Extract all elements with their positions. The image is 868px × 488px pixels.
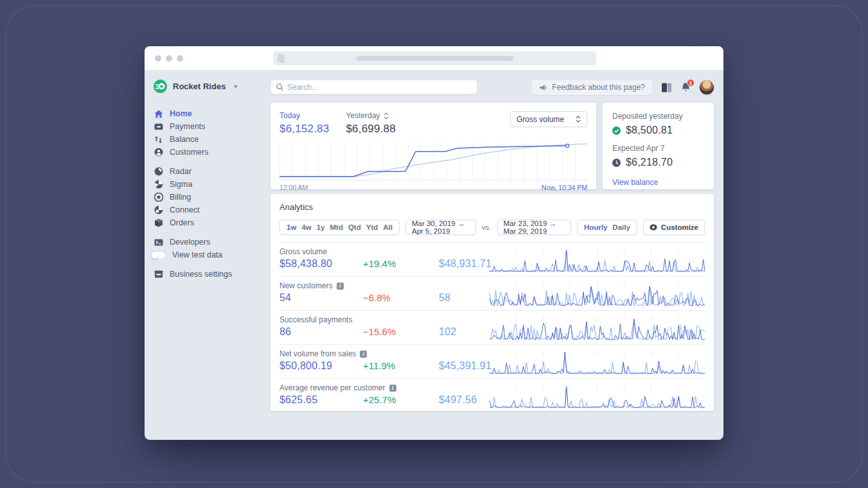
- metric-current-value: $50,800.19: [279, 360, 363, 372]
- topbar: Feedback about this page? 1: [270, 80, 714, 95]
- sparkline-chart: [490, 316, 705, 342]
- docs-icon: [661, 83, 672, 92]
- metric-row-successful-payments: Successful payments 86 −15.6% 102: [279, 310, 705, 344]
- sidebar-item-label: Sigma: [170, 180, 192, 189]
- range-1y[interactable]: 1y: [314, 223, 328, 231]
- notification-badge: 1: [687, 79, 695, 87]
- range-selector: 1w 4w 1y Mtd Qtd Ytd All: [279, 220, 400, 235]
- browser-window: Rocket Rides ▼ Home Payments: [145, 46, 723, 440]
- balance-panel: Deposited yesterday $8,500.81 Expected A…: [603, 103, 714, 189]
- balance-icon: [154, 135, 163, 144]
- range-4w[interactable]: 4w: [299, 223, 314, 231]
- yesterday-series-line: [279, 144, 587, 177]
- current-point-marker: [565, 144, 569, 147]
- gear-icon: [650, 223, 657, 231]
- search-icon: [276, 83, 283, 91]
- range-all[interactable]: All: [380, 223, 395, 231]
- user-avatar[interactable]: [700, 80, 714, 94]
- window-zoom-button[interactable]: [177, 55, 183, 62]
- brand-logo-icon: [154, 80, 167, 93]
- metric-row-average-revenue: Average revenue per customeri $625.65 +2…: [279, 378, 705, 412]
- granularity-daily[interactable]: Daily: [610, 223, 633, 231]
- today-value: $6,152.83: [279, 123, 329, 135]
- info-icon[interactable]: i: [337, 283, 344, 290]
- sidebar-item-label: Business settings: [170, 270, 232, 279]
- test-data-toggle[interactable]: [151, 251, 166, 259]
- sidebar-item-orders[interactable]: Orders: [154, 216, 270, 229]
- sidebar-item-connect[interactable]: Connect: [154, 204, 270, 216]
- select-chevrons-icon: [576, 116, 581, 123]
- sidebar-item-balance[interactable]: Balance: [154, 133, 270, 146]
- sidebar-item-label: Home: [170, 109, 192, 118]
- metric-delta: −15.6%: [363, 326, 439, 337]
- business-settings-icon: [154, 270, 163, 279]
- sidebar-item-view-test-data[interactable]: View test data: [154, 248, 270, 261]
- metric-previous-value: $45,391.91: [439, 360, 492, 372]
- sidebar: Rocket Rides ▼ Home Payments: [145, 71, 270, 440]
- sidebar-item-customers[interactable]: Customers: [154, 146, 270, 159]
- deposited-value: $8,500.81: [626, 125, 673, 136]
- metric-previous-value: $497.56: [439, 394, 477, 406]
- sidebar-item-home[interactable]: Home: [154, 107, 270, 120]
- analytics-title: Analytics: [279, 202, 705, 212]
- analytics-panel: Analytics 1w 4w 1y Mtd Qtd Ytd All Mar 3…: [270, 194, 714, 411]
- sidebar-item-label: Radar: [170, 167, 191, 176]
- metric-label: New customers: [279, 281, 333, 290]
- info-icon[interactable]: i: [389, 385, 396, 392]
- metric-delta: +25.7%: [363, 394, 439, 405]
- sort-chevrons-icon: [384, 112, 389, 119]
- window-close-button[interactable]: [155, 55, 161, 62]
- yesterday-label[interactable]: Yesterday: [346, 111, 395, 120]
- sidebar-item-sigma[interactable]: Sigma: [154, 178, 270, 191]
- sidebar-item-business-settings[interactable]: Business settings: [154, 268, 270, 281]
- range-ytd[interactable]: Ytd: [364, 223, 381, 231]
- today-series-line: [279, 146, 567, 177]
- window-controls[interactable]: [155, 55, 183, 62]
- url-text-placeholder: [356, 56, 513, 61]
- today-panel: Today $6,152.83 Yesterday $6,699.88 Gros…: [270, 103, 596, 189]
- brand-name: Rocket Rides: [173, 82, 226, 91]
- feedback-button[interactable]: Feedback about this page?: [532, 80, 652, 95]
- sidebar-item-label: Payments: [170, 122, 206, 131]
- sidebar-item-label: Billing: [170, 193, 191, 202]
- view-balance-link[interactable]: View balance: [612, 178, 658, 187]
- window-minimize-button[interactable]: [166, 55, 172, 62]
- metric-delta: +11.9%: [363, 360, 439, 371]
- sidebar-item-payments[interactable]: Payments: [154, 120, 270, 133]
- metric-row-net-volume: Net volume from salesi $50,800.19 +11.9%…: [279, 344, 705, 378]
- sidebar-item-label: Orders: [170, 218, 194, 227]
- account-switcher[interactable]: Rocket Rides ▼: [154, 80, 270, 93]
- deposited-label: Deposited yesterday: [612, 112, 704, 121]
- range-1w[interactable]: 1w: [284, 223, 299, 231]
- range-mtd[interactable]: Mtd: [327, 223, 345, 231]
- metric-previous-value: 102: [439, 326, 456, 338]
- orders-icon: [154, 218, 163, 228]
- customize-button[interactable]: Customize: [643, 220, 705, 235]
- connect-icon: [154, 205, 163, 215]
- metric-select[interactable]: Gross volume: [510, 111, 587, 127]
- customize-label: Customize: [661, 223, 698, 231]
- browser-titlebar: [145, 46, 723, 71]
- date-range-current[interactable]: Mar 30, 2019 → Apr 5, 2019: [405, 220, 476, 235]
- sidebar-item-radar[interactable]: Radar: [154, 165, 270, 178]
- vs-label: vs.: [482, 223, 492, 231]
- expected-value: $6,218.70: [626, 157, 673, 168]
- info-icon[interactable]: i: [360, 351, 367, 358]
- range-qtd[interactable]: Qtd: [346, 223, 364, 231]
- sidebar-item-billing[interactable]: Billing: [154, 191, 270, 204]
- x-axis-start-label: 12:00 AM: [279, 184, 308, 191]
- radar-icon: [154, 167, 163, 177]
- date-range-previous[interactable]: Mar 23, 2019 → Mar 29, 2019: [497, 220, 571, 235]
- home-icon: [154, 109, 163, 119]
- notifications-button[interactable]: 1: [681, 82, 691, 92]
- url-bar[interactable]: [273, 51, 596, 65]
- search-input[interactable]: [287, 83, 472, 92]
- granularity-hourly[interactable]: Hourly: [581, 223, 610, 231]
- megaphone-icon: [539, 84, 547, 91]
- sparkline-chart: [490, 384, 705, 410]
- expected-label: Expected Apr 7: [612, 144, 704, 153]
- granularity-selector: Hourly Daily: [577, 220, 637, 235]
- search-box[interactable]: [270, 80, 477, 94]
- docs-button[interactable]: [661, 83, 672, 92]
- sidebar-item-developers[interactable]: Developers: [154, 236, 270, 248]
